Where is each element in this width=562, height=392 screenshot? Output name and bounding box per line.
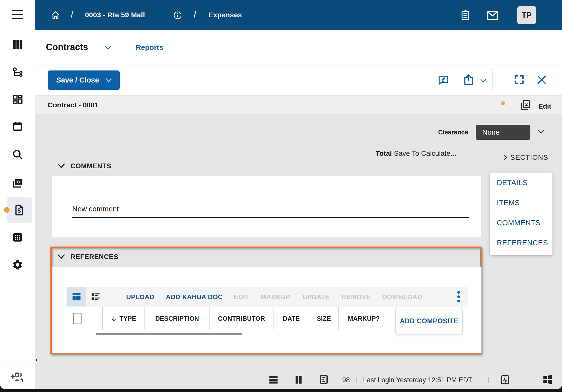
- download-button-disabled: DOWNLOAD: [382, 293, 422, 301]
- record-header-bar: Contract - 0001 * 2 Edit: [35, 95, 562, 114]
- sections-panel-item-references[interactable]: REFERENCES: [497, 239, 548, 247]
- add-kahua-doc-button[interactable]: ADD KAHUA DOC: [166, 293, 223, 301]
- save-close-button[interactable]: Save / Close: [48, 70, 120, 90]
- comments-collapse-chevron-icon[interactable]: [57, 163, 65, 169]
- reports-link[interactable]: Reports: [136, 43, 163, 52]
- hamburger-menu-icon[interactable]: [12, 10, 23, 19]
- update-button-disabled: UPDATE: [303, 293, 329, 301]
- breadcrumb-separator: /: [71, 9, 74, 20]
- clearance-select[interactable]: None: [476, 125, 530, 140]
- last-login-text: Last Login Yesterday 12:51 PM EDT: [363, 376, 472, 384]
- references-collapse-chevron-icon[interactable]: [57, 254, 65, 259]
- action-toolbar: Save / Close: [35, 64, 562, 95]
- status-count: 98: [342, 376, 350, 384]
- windows-logo-icon[interactable]: [542, 374, 553, 385]
- settings-gear-icon[interactable]: [12, 259, 23, 271]
- markup-comment-icon[interactable]: [437, 74, 449, 86]
- edit-button-disabled: EDIT: [234, 293, 249, 301]
- rows-view-icon[interactable]: [268, 374, 279, 385]
- column-header-description[interactable]: DESCRIPTION: [145, 307, 210, 330]
- markup-button-disabled: MARKUP: [261, 293, 290, 301]
- sections-panel-item-details[interactable]: DETAILS: [497, 179, 528, 187]
- cash-icon[interactable]: [12, 177, 23, 189]
- add-people-icon[interactable]: [10, 370, 25, 384]
- chevron-down-icon[interactable]: [104, 45, 112, 50]
- breadcrumb-project[interactable]: 0003 - Rte 59 Mall: [85, 11, 145, 19]
- edit-button[interactable]: Edit: [538, 103, 551, 110]
- app-header-row: Contracts Reports: [35, 30, 562, 64]
- sections-chevron-icon[interactable]: [503, 154, 508, 161]
- references-section-header[interactable]: REFERENCES: [71, 253, 118, 261]
- apps-grid-icon[interactable]: [12, 39, 23, 50]
- tasks-clipboard-icon[interactable]: [460, 9, 471, 21]
- workflow-branch-icon[interactable]: [12, 67, 23, 79]
- calendar-icon[interactable]: [12, 120, 23, 132]
- clearance-label: Clearance: [437, 129, 468, 136]
- svg-text:2: 2: [525, 102, 528, 107]
- sections-panel-item-comments[interactable]: COMMENTS: [497, 219, 540, 227]
- sort-descending-icon: [111, 315, 117, 322]
- total-value: Save To Calculate...: [394, 149, 456, 158]
- status-separator-2: |: [487, 376, 489, 383]
- table-hscrollbar-thumb[interactable]: [96, 333, 242, 335]
- spacer-cell: [88, 307, 103, 330]
- svg-text:$: $: [18, 207, 21, 214]
- info-icon[interactable]: [173, 11, 182, 20]
- home-icon[interactable]: [50, 10, 61, 21]
- screen: / 0003 - Rte 59 Mall / Expenses TP: [0, 0, 562, 392]
- avatar-initials: TP: [522, 11, 532, 20]
- breadcrumb-separator-2: /: [194, 9, 196, 20]
- column-header-size[interactable]: SIZE: [309, 307, 339, 330]
- view-toggle-divider: [108, 290, 108, 304]
- dashboard-icon[interactable]: [12, 94, 23, 105]
- close-icon[interactable]: [536, 74, 547, 86]
- upload-button[interactable]: UPLOAD: [126, 293, 154, 301]
- kebab-menu-icon[interactable]: [454, 290, 463, 303]
- clearance-value: None: [482, 128, 500, 136]
- new-comment-input[interactable]: New comment: [72, 205, 119, 213]
- unsaved-indicator: *: [501, 99, 505, 112]
- references-toolbar: UPLOAD ADD KAHUA DOC EDIT MARKUP UPDATE …: [66, 287, 468, 307]
- select-all-checkbox[interactable]: [73, 313, 82, 324]
- sections-toggle[interactable]: SECTIONS: [510, 153, 548, 162]
- clearance-chevron-icon[interactable]: [537, 129, 545, 134]
- list-view-toggle[interactable]: [90, 291, 101, 302]
- active-app-dot: [4, 207, 10, 213]
- column-header-markup[interactable]: MARKUP?: [339, 307, 389, 330]
- add-composite-menu-item[interactable]: ADD COMPOSITE: [395, 308, 463, 334]
- compare-versions-icon[interactable]: 2: [519, 99, 531, 111]
- record-title: Contract - 0001: [48, 101, 98, 109]
- total-label: Total: [376, 149, 392, 158]
- column-header-type[interactable]: TYPE: [103, 307, 145, 330]
- list-view-icon: [90, 291, 101, 302]
- expense-document-icon[interactable]: $: [13, 204, 25, 216]
- sidebar: $: [0, 0, 35, 389]
- keypad-icon[interactable]: [12, 231, 23, 243]
- column-header-date[interactable]: DATE: [273, 307, 309, 330]
- avatar[interactable]: TP: [517, 6, 536, 24]
- share-chevron-icon[interactable]: [480, 78, 487, 83]
- save-close-label: Save / Close: [56, 76, 99, 84]
- toolbar-divider: [143, 68, 143, 92]
- split-view-icon[interactable]: [293, 374, 304, 385]
- breadcrumb-app[interactable]: Expenses: [208, 11, 242, 19]
- status-bar: 98 | Last Login Yesterday 12:51 PM EDT |: [35, 361, 562, 389]
- comments-card: New comment: [52, 176, 481, 238]
- sidebar-divider: [0, 361, 35, 361]
- activity-log-icon[interactable]: [499, 374, 511, 385]
- search-icon[interactable]: [12, 149, 23, 160]
- column-header-contributor[interactable]: CONTRIBUTOR: [210, 307, 273, 330]
- sections-panel: DETAILS ITEMS COMMENTS REFERENCES: [490, 173, 552, 255]
- references-card: UPLOAD ADD KAHUA DOC EDIT MARKUP UPDATE …: [52, 267, 481, 353]
- comments-section-header[interactable]: COMMENTS: [71, 162, 111, 170]
- fullscreen-icon[interactable]: [513, 74, 525, 86]
- sections-panel-item-items[interactable]: ITEMS: [497, 199, 520, 207]
- share-icon[interactable]: [462, 73, 475, 86]
- table-view-toggle[interactable]: [67, 287, 86, 306]
- table-view-icon: [71, 291, 82, 302]
- page-title[interactable]: Contracts: [46, 42, 88, 52]
- app-window: / 0003 - Rte 59 Mall / Expenses TP: [0, 0, 562, 389]
- chevron-down-icon: [106, 78, 112, 83]
- document-view-icon[interactable]: [318, 374, 330, 385]
- mail-icon[interactable]: [486, 10, 499, 21]
